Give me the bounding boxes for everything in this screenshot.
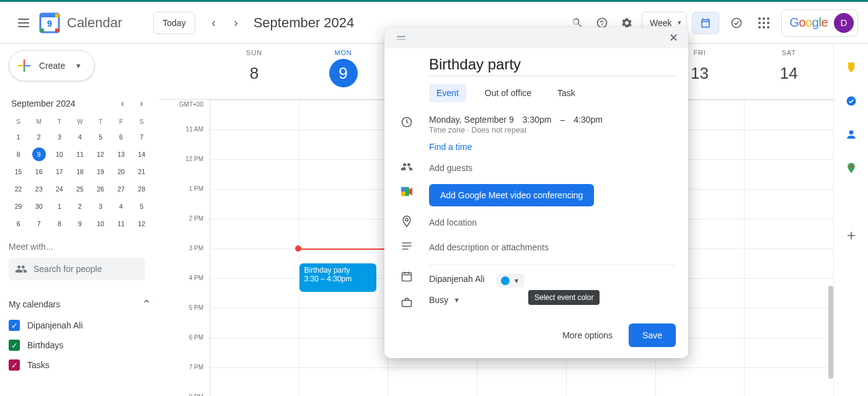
google-apps-button[interactable] — [751, 11, 776, 35]
mini-cal-day[interactable]: 12 — [91, 146, 110, 162]
mini-cal-day[interactable]: 13 — [112, 146, 131, 162]
mini-cal-day[interactable]: 30 — [29, 198, 48, 214]
mini-cal-day[interactable]: 10 — [91, 216, 110, 232]
time-cell[interactable] — [744, 189, 833, 219]
mini-cal-day[interactable]: 1 — [50, 198, 69, 214]
mini-cal-day[interactable]: 5 — [132, 198, 151, 214]
calendar-owner-label[interactable]: Dipanjenah Ali — [429, 274, 485, 284]
time-cell[interactable] — [299, 219, 388, 249]
account-avatar[interactable]: D — [834, 13, 854, 33]
time-cell[interactable] — [210, 130, 299, 159]
calendar-checkbox[interactable]: ✓ — [9, 320, 20, 331]
add-guests-button[interactable]: Add guests — [429, 159, 676, 177]
mini-cal-day[interactable]: 16 — [29, 164, 48, 180]
calendar-list-item[interactable]: ✓Dipanjenah Ali — [9, 320, 151, 331]
mini-cal-day[interactable]: 29 — [9, 198, 28, 214]
mini-cal-day[interactable]: 1 — [9, 129, 28, 145]
day-header-number[interactable]: 14 — [774, 59, 803, 87]
tab-event[interactable]: Event — [429, 84, 466, 102]
time-cell[interactable] — [299, 159, 388, 189]
add-description-button[interactable]: Add description or attachments — [429, 239, 676, 256]
mini-cal-day[interactable]: 24 — [50, 181, 69, 197]
mini-cal-day[interactable]: 28 — [132, 181, 151, 197]
mini-cal-day[interactable]: 7 — [132, 129, 151, 145]
scrollbar-thumb[interactable] — [828, 286, 833, 379]
add-meet-button[interactable]: Add Google Meet video conferencing — [429, 184, 594, 206]
time-cell[interactable] — [299, 338, 388, 367]
time-cell[interactable] — [299, 130, 388, 159]
mini-cal-day[interactable]: 9 — [32, 147, 46, 161]
mini-cal-day[interactable]: 3 — [50, 129, 69, 145]
mini-cal-day[interactable]: 21 — [132, 164, 151, 180]
time-cell[interactable] — [210, 367, 299, 396]
time-cell[interactable] — [299, 308, 388, 338]
calendar-list-item[interactable]: ✓Tasks — [9, 359, 151, 371]
time-cell[interactable] — [744, 100, 833, 130]
day-header-number[interactable]: 8 — [240, 59, 268, 87]
mini-cal-day[interactable]: 4 — [112, 198, 131, 214]
mini-cal-day[interactable]: 2 — [70, 198, 89, 214]
mini-cal-prev-button[interactable]: ‹ — [115, 96, 130, 111]
mini-cal-day[interactable]: 6 — [112, 129, 131, 145]
day-header-number[interactable]: 13 — [685, 59, 714, 87]
prev-period-button[interactable]: ‹ — [203, 12, 225, 34]
day-header[interactable]: MON9 — [299, 44, 388, 99]
time-cell[interactable] — [299, 367, 388, 396]
time-cell[interactable] — [210, 278, 299, 308]
mini-cal-day[interactable]: 7 — [29, 216, 48, 232]
calendar-checkbox[interactable]: ✓ — [9, 340, 20, 351]
mini-cal-day[interactable]: 11 — [112, 216, 131, 232]
time-cell[interactable] — [210, 308, 299, 338]
mini-cal-day[interactable]: 8 — [9, 146, 28, 162]
dialog-close-button[interactable]: ✕ — [666, 29, 681, 47]
event-title-input[interactable] — [429, 53, 676, 76]
visibility-label[interactable]: Busy — [429, 295, 448, 305]
today-button[interactable]: Today — [153, 12, 195, 34]
tasks-sidepanel-icon[interactable] — [845, 95, 857, 107]
time-cell[interactable] — [299, 100, 388, 130]
mini-cal-day[interactable]: 12 — [132, 216, 151, 232]
time-cell[interactable] — [744, 338, 833, 367]
add-location-button[interactable]: Add location — [429, 214, 676, 231]
mini-cal-day[interactable]: 25 — [70, 181, 89, 197]
mini-cal-day[interactable]: 11 — [70, 146, 89, 162]
time-cell[interactable] — [744, 367, 833, 396]
time-cell[interactable] — [477, 367, 566, 396]
time-cell[interactable] — [210, 338, 299, 367]
mini-cal-day[interactable]: 27 — [112, 181, 131, 197]
maps-icon[interactable] — [845, 162, 857, 174]
mini-cal-day[interactable]: 2 — [29, 129, 48, 145]
event-end-time[interactable]: 4:30pm — [574, 115, 603, 125]
time-cell[interactable] — [744, 278, 833, 308]
tab-task[interactable]: Task — [550, 84, 583, 102]
mini-cal-day[interactable]: 15 — [9, 164, 28, 180]
create-button[interactable]: Create ▼ — [9, 50, 95, 81]
mini-cal-day[interactable]: 5 — [91, 129, 110, 145]
contacts-icon[interactable] — [845, 128, 857, 141]
mini-cal-day[interactable]: 23 — [29, 181, 48, 197]
mini-cal-day[interactable]: 8 — [50, 216, 69, 232]
add-addon-icon[interactable]: ＋ — [845, 229, 857, 241]
datetime-row[interactable]: Monday, September 9 3:30pm – 4:30pm Time… — [429, 111, 676, 138]
mini-cal-day[interactable]: 20 — [112, 164, 131, 180]
mini-cal-day[interactable]: 19 — [91, 164, 110, 180]
time-cell[interactable] — [744, 249, 833, 278]
time-cell[interactable] — [210, 219, 299, 249]
dialog-titlebar[interactable]: ✕ — [384, 27, 688, 48]
calendar-list-item[interactable]: ✓Birthdays — [9, 340, 151, 351]
day-header-number[interactable]: 9 — [329, 59, 358, 87]
mini-cal-next-button[interactable]: › — [134, 96, 149, 111]
mini-cal-day[interactable]: 4 — [70, 129, 89, 145]
my-calendars-toggle[interactable]: My calendars ⌃ — [9, 297, 151, 311]
time-cell[interactable] — [210, 159, 299, 189]
tasks-view-toggle[interactable] — [724, 12, 749, 34]
time-cell[interactable] — [744, 130, 833, 159]
day-header[interactable]: SAT14 — [744, 44, 833, 99]
calendar-view-toggle[interactable] — [692, 12, 719, 34]
time-cell[interactable] — [210, 249, 299, 278]
mini-cal-day[interactable]: 14 — [132, 146, 151, 162]
mini-cal-day[interactable]: 6 — [9, 216, 28, 232]
time-cell[interactable] — [388, 367, 477, 396]
next-period-button[interactable]: › — [225, 12, 247, 34]
people-search-input[interactable]: Search for people — [9, 258, 145, 280]
